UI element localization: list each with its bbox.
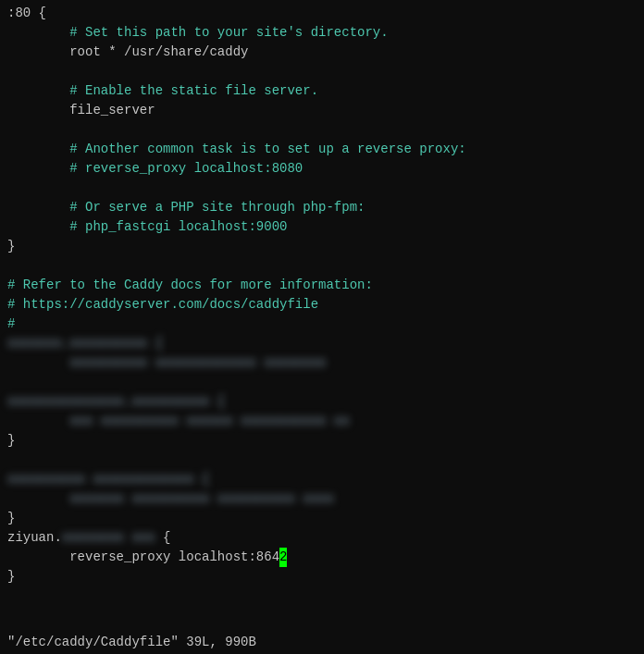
code-text-blurred: xxxxxxxxxxxxxxx.xxxxxxxxxx { [7,392,225,412]
code-text: # reverse_proxy localhost:8080 [7,159,303,179]
code-text: # Set this path to your site's directory… [7,23,389,43]
code-line: # reverse_proxy localhost:8080 [0,159,644,179]
code-text [7,373,15,392]
code-text-blurred: xxx xxxxxxxxxx xxxxxx xxxxxxxxxxx xx [7,412,350,431]
code-text: file_server [7,101,155,120]
code-text [7,179,15,198]
code-line: # https://caddyserver.com/docs/caddyfile [0,295,644,315]
code-text: # Refer to the Caddy docs for more infor… [7,276,373,295]
code-text: # php_fastcgi localhost:9000 [7,217,287,237]
code-line-blurred: xxx xxxxxxxxxx xxxxxx xxxxxxxxxxx xx [0,412,644,431]
code-line-blurred: xxxxxxx xxxxxxxxxx xxxxxxxxxx xxxx [0,489,644,509]
code-line [0,120,644,140]
code-text: } [7,509,15,528]
code-text [7,256,15,276]
status-bar: "/etc/caddy/Caddyfile" 39L, 990B [0,631,644,654]
code-line: # Another common task is to set up a rev… [0,140,644,159]
code-text-ziyuan-brace: { [155,528,171,548]
code-text: # https://caddyserver.com/docs/caddyfile [7,295,318,315]
code-line: # php_fastcgi localhost:9000 [0,217,644,237]
code-text-blurred: xxxxxxx.xxxxxxxxxx { [7,334,163,353]
code-line: root * /usr/share/caddy [0,43,644,62]
code-line-ziyuan: ziyuan.xxxxxxxx xxx { [0,528,644,548]
code-line-blurred: xxxxxxxxxxxxxxx.xxxxxxxxxx { [0,392,644,412]
code-line: } [0,431,644,450]
code-editor: :80 { # Set this path to your site's dir… [0,0,644,654]
code-text-blurred: xxxxxxx xxxxxxxxxx xxxxxxxxxx xxxx [7,489,334,509]
code-text: # Another common task is to set up a rev… [7,140,466,159]
code-line [0,373,644,392]
code-line: } [0,567,644,586]
code-line: # Set this path to your site's directory… [0,23,644,43]
code-text: } [7,431,15,450]
code-text-blurred: xxxxxxxxxx xxxxxxxxxxxxx { [7,470,209,489]
code-line: # Refer to the Caddy docs for more infor… [0,276,644,295]
code-line: file_server [0,101,644,120]
code-text [7,62,15,81]
code-text: :80 { [7,4,46,23]
code-line: # [0,315,644,334]
code-text: # Or serve a PHP site through php-fpm: [7,198,365,217]
code-line: :80 { [0,4,644,23]
code-text: } [7,237,15,256]
code-text [7,450,15,470]
code-text: root * /usr/share/caddy [7,43,248,62]
code-line-blurred: xxxxxxx.xxxxxxxxxx { [0,334,644,353]
code-line-blurred: xxxxxxxxxx xxxxxxxxxxxxx xxxxxxxx [0,353,644,373]
code-text-blurred: xxxxxxxxxx xxxxxxxxxxxxx xxxxxxxx [7,353,326,373]
code-text [7,120,15,140]
code-line-blurred: xxxxxxxxxx xxxxxxxxxxxxx { [0,470,644,489]
code-line: } [0,509,644,528]
code-line: # Enable the static file server. [0,81,644,101]
code-text: # Enable the static file server. [7,81,318,101]
code-line: } [0,237,644,256]
code-text: # [7,315,15,334]
code-text-reverse-proxy: reverse_proxy localhost:864 [7,548,279,567]
code-line: # Or serve a PHP site through php-fpm: [0,198,644,217]
code-line [0,450,644,470]
code-text-ziyuan-domain: xxxxxxxx xxx [62,528,155,548]
code-line [0,256,644,276]
code-text-ziyuan-prefix: ziyuan. [7,528,62,548]
status-text: "/etc/caddy/Caddyfile" 39L, 990B [7,635,256,649]
code-line [0,62,644,81]
code-line [0,179,644,198]
code-text: } [7,567,15,586]
cursor: 2 [279,548,287,567]
code-line-reverse-proxy: reverse_proxy localhost:8642 [0,548,644,567]
